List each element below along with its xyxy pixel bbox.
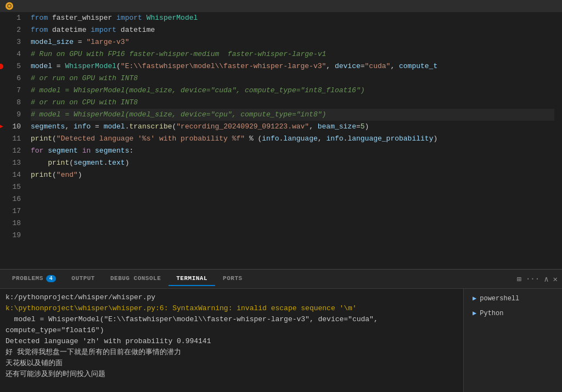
panel-tab-actions: ⊞···∧✕ (516, 275, 558, 284)
line-number-14: 14 (0, 169, 21, 181)
line-number-9: 9 (0, 109, 21, 121)
line-number-7: 7 (0, 85, 21, 97)
code-line-12: segments, info = model.transcribe("recor… (31, 121, 554, 133)
code-line-10: # model = WhisperModel(model_size, devic… (31, 109, 554, 121)
panel-tabs: PROBLEMS4OUTPUTDEBUG CONSOLETERMINALPORT… (0, 270, 562, 289)
code-line-6: model = WhisperModel("E:\\fastwhisper\mo… (31, 60, 554, 72)
line-number-8: 8 (0, 97, 21, 109)
line-number-19: 19 (0, 229, 21, 242)
editor-area: 123456789▶10111213141516171819 from fast… (0, 12, 562, 269)
close-panel-icon[interactable]: ✕ (553, 275, 558, 284)
code-line-7: # or run on GPU with INT8 (31, 72, 554, 85)
maximize-icon[interactable]: ∧ (544, 275, 548, 284)
terminal-panel: PROBLEMS4OUTPUTDEBUG CONSOLETERMINALPORT… (0, 269, 562, 392)
line-number-3: 3 (0, 36, 21, 48)
line-number-6: 6 (0, 72, 21, 85)
line-numbers: 123456789▶10111213141516171819 (0, 12, 29, 269)
terminal-session-0[interactable]: ▶powershell (468, 292, 558, 305)
terminal-line-3: compute_type="float16") (5, 325, 458, 336)
tab-label-debug: DEBUG CONSOLE (110, 275, 161, 282)
code-line-8: # model = WhisperModel(model_size, devic… (31, 85, 554, 97)
tab-label-ports: PORTS (223, 275, 243, 282)
code-line-14: print("Detected language '%s' with proba… (31, 133, 554, 145)
code-line-1: from faster_whisper import WhisperModel (31, 12, 554, 24)
terminal-line-6: 天花板以及铺的面 (5, 358, 458, 369)
tab-label-problems: PROBLEMS (12, 275, 43, 282)
tab-output[interactable]: OUTPUT (64, 272, 103, 286)
title-bar: ⬡ (0, 0, 562, 12)
line-number-10: ▶10 (0, 121, 21, 133)
code-content[interactable]: from faster_whisper import WhisperModelf… (29, 12, 554, 269)
file-icon: ⬡ (5, 2, 13, 10)
session-label-1: Python (480, 310, 503, 317)
line-number-12: 12 (0, 145, 21, 157)
session-icon-1: ▶ (473, 309, 476, 317)
tab-badge-problems: 4 (46, 275, 57, 282)
tab-label-output: OUTPUT (71, 275, 95, 282)
code-line-9: # or run on CPU with INT8 (31, 97, 554, 109)
line-number-16: 16 (0, 193, 21, 205)
code-line-19: print("end") (31, 169, 554, 181)
terminal-line-2: model = WhisperModel("E:\\fastwhisper\mo… (5, 314, 458, 325)
tab-problems[interactable]: PROBLEMS4 (4, 272, 64, 287)
line-number-5: 5 (0, 60, 21, 72)
error-arrow: ▶ (0, 121, 3, 133)
tab-ports[interactable]: PORTS (215, 272, 250, 286)
code-line-16: for segment in segments: (31, 145, 554, 157)
terminal-line-5: 好 我觉得我想盘一下就是所有的目前在做的事情的潜力 (5, 347, 458, 358)
line-number-2: 2 (0, 24, 21, 36)
session-icon-0: ▶ (473, 294, 476, 303)
split-editor-icon[interactable]: ⊞ (516, 275, 521, 284)
code-line-17: print(segment.text) (31, 157, 554, 169)
code-line-2: from datetime import datetime (31, 24, 554, 36)
line-number-1: 1 (0, 12, 21, 24)
more-actions-icon[interactable]: ··· (526, 275, 539, 283)
tab-label-terminal: TERMINAL (176, 275, 207, 282)
editor-scrollbar[interactable] (554, 12, 562, 269)
line-number-13: 13 (0, 157, 21, 169)
line-number-18: 18 (0, 217, 21, 229)
breakpoint-indicator (0, 64, 3, 69)
terminal-line-4: Detected language 'zh' with probability … (5, 336, 458, 347)
line-number-11: 11 (0, 133, 21, 145)
terminal-session-1[interactable]: ▶Python (468, 307, 558, 320)
terminal-content[interactable]: k:/pythonproject/whisper/whisper.pyk:\py… (0, 289, 463, 392)
terminal-line-7: 还有可能涉及到的时间投入问题 (5, 369, 458, 380)
code-line-3: model_size = "large-v3" (31, 36, 554, 48)
panel-body: k:/pythonproject/whisper/whisper.pyk:\py… (0, 289, 562, 392)
terminal-sidebar: ▶powershell▶Python (463, 289, 562, 392)
session-label-0: powershell (480, 295, 519, 303)
terminal-line-1: k:\pythonproject\whisper\whisper.py:6: S… (5, 303, 458, 314)
terminal-line-0: k:/pythonproject/whisper/whisper.py (5, 292, 458, 303)
tab-debug[interactable]: DEBUG CONSOLE (103, 272, 168, 286)
code-line-5: # Run on GPU with FP16 faster-whisper-me… (31, 48, 554, 60)
line-number-17: 17 (0, 205, 21, 217)
line-number-15: 15 (0, 181, 21, 193)
line-number-4: 4 (0, 48, 21, 60)
tab-terminal[interactable]: TERMINAL (168, 272, 215, 286)
